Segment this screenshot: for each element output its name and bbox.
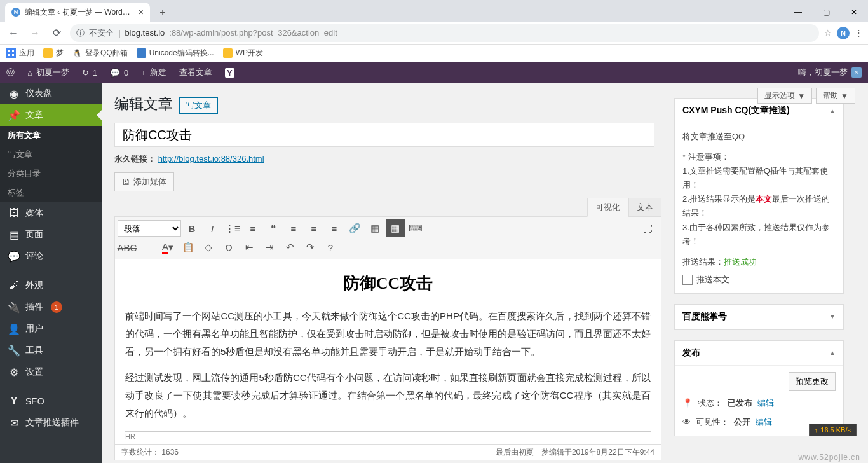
collapse-icon[interactable]: ▲ [829,349,836,356]
indent-button[interactable]: ⇥ [260,238,279,256]
redo-button[interactable]: ↷ [301,238,320,256]
fullscreen-button[interactable]: ⛶ [638,219,657,237]
menu-posts[interactable]: 📌文章 [0,104,102,126]
site-link[interactable]: ⌂初夏一梦 [21,62,76,83]
yoast-link[interactable]: Y [219,62,241,83]
apps-icon [6,48,16,58]
submenu-all-posts[interactable]: 所有文章 [0,126,102,145]
editor-status-bar: 字数统计： 1636 最后由初夏一梦编辑于2019年8月22日下午9:44 [114,445,661,460]
tab-text[interactable]: 文本 [628,198,661,217]
menu-appearance[interactable]: 🖌外观 [0,275,102,296]
push-checkbox[interactable] [682,275,693,285]
yoast-icon: Y [225,68,234,78]
chevron-down-icon: ▼ [841,92,848,100]
new-tab-button[interactable]: + [154,4,172,22]
dashboard-icon: ◉ [8,87,20,100]
toolbar-toggle-button[interactable]: ▦ [386,219,405,237]
chevron-down-icon: ▼ [797,92,805,100]
user-greeting[interactable]: 嗨，初夏一梦N [792,62,868,83]
special-char-button[interactable]: Ω [219,238,238,256]
pin-icon: 📌 [8,109,20,121]
profile-avatar[interactable]: N [837,27,850,39]
align-center-button[interactable]: ≡ [304,219,323,237]
close-tab-icon[interactable]: × [139,7,144,17]
permalink-link[interactable]: http://blog.test.io:88/326.html [158,154,264,163]
menu-push-plugin[interactable]: ✉文章推送插件 [0,412,102,434]
clear-format-button[interactable]: ◇ [199,238,218,256]
home-icon: ⌂ [27,68,32,78]
bold-button[interactable]: B [182,219,201,237]
page-title: 编辑文章 [114,94,173,114]
admin-sidebar: ◉仪表盘 📌文章 所有文章 写文章 分类目录 标签 🖾媒体 ▤页面 💬评论 🖌外… [0,83,102,463]
tab-visual[interactable]: 可视化 [587,198,628,217]
browser-tab[interactable]: N 编辑文章 ‹ 初夏一梦 — WordPr… × [5,3,150,22]
more-button[interactable]: ▦ [365,219,384,237]
italic-button[interactable]: I [203,219,222,237]
undo-button[interactable]: ↶ [280,238,299,256]
new-content-link[interactable]: +新建 [135,62,173,83]
wp-logo[interactable]: ⓦ [0,62,21,83]
maximize-icon[interactable]: ▢ [812,3,840,22]
post-title-input[interactable] [114,123,654,147]
menu-plugins[interactable]: 🔌插件1 [0,296,102,318]
pin-icon: 📍 [682,396,693,410]
menu-comments[interactable]: 💬评论 [0,245,102,267]
menu-seo[interactable]: YSEO [0,390,102,412]
outdent-button[interactable]: ⇤ [240,238,259,256]
bookmark-item[interactable]: 🐧登录QQ邮箱 [72,48,128,59]
hr-button[interactable]: — [138,238,157,256]
bookmark-item[interactable]: WP开发 [223,48,263,59]
align-right-button[interactable]: ≡ [325,219,344,237]
number-list-button[interactable]: ≡ [243,219,262,237]
bookmark-star-icon[interactable]: ☆ [824,28,832,38]
updates-link[interactable]: ↻1 [76,62,104,83]
screen-options-button[interactable]: 显示选项 ▼ [757,88,812,104]
menu-settings[interactable]: ⚙设置 [0,361,102,383]
tab-title: 编辑文章 ‹ 初夏一梦 — WordPr… [25,7,134,18]
align-left-button[interactable]: ≡ [284,219,303,237]
browser-menu-icon[interactable]: ⋮ [855,28,863,38]
reload-button[interactable]: ⟳ [48,25,65,41]
menu-dashboard[interactable]: ◉仪表盘 [0,83,102,104]
expand-icon[interactable]: ▼ [829,313,836,320]
close-window-icon[interactable]: ✕ [840,3,868,22]
add-new-button[interactable]: 写文章 [179,97,218,114]
bullet-list-button[interactable]: ⋮≡ [223,219,242,237]
submenu-tags[interactable]: 标签 [0,183,102,202]
forward-button[interactable]: → [27,25,43,41]
qq-icon: 🐧 [72,48,82,58]
menu-tools[interactable]: 🔧工具 [0,340,102,361]
edit-status-link[interactable]: 编辑 [757,396,774,410]
bookmark-item[interactable]: 梦 [43,48,64,59]
info-icon[interactable]: ⓘ [76,27,85,39]
url-input[interactable]: ⓘ 不安全 | blog.test.io:88/wp-admin/post.ph… [70,24,819,42]
menu-pages[interactable]: ▤页面 [0,224,102,245]
editor-body[interactable]: 防御CC攻击 前端时间写了一个网站CC测压的小工具，今天就来做个防御这个CC攻击… [114,259,661,445]
menu-users[interactable]: 👤用户 [0,318,102,340]
add-media-button[interactable]: 🖻添加媒体 [114,172,174,191]
paste-text-button[interactable]: 📋 [179,238,198,256]
page-icon: ▤ [8,228,20,241]
comments-link[interactable]: 💬0 [104,62,135,83]
minimize-icon[interactable]: ― [784,3,812,22]
help-icon-button[interactable]: ? [321,238,340,256]
menu-media[interactable]: 🖾媒体 [0,202,102,224]
back-button[interactable]: ← [5,25,22,41]
submenu-new-post[interactable]: 写文章 [0,145,102,164]
view-post-link[interactable]: 查看文章 [173,62,219,83]
bookmark-item[interactable]: Unicode编码转换... [137,48,214,59]
link-button[interactable]: 🔗 [345,219,364,237]
edit-visibility-link[interactable]: 编辑 [756,415,772,429]
quote-button[interactable]: ❝ [264,219,283,237]
preview-button[interactable]: 预览更改 [789,372,836,391]
help-button[interactable]: 帮助 ▼ [816,88,855,104]
text-color-button[interactable]: A ▾ [158,238,177,256]
submenu-categories[interactable]: 分类目录 [0,164,102,183]
update-badge: 1 [51,301,62,313]
collapse-icon[interactable]: ▲ [829,107,836,114]
plugin-icon: 🔌 [8,301,20,314]
strikethrough-button[interactable]: ABC [118,238,137,256]
format-selector[interactable]: 段落 [118,220,181,237]
preformatted-button[interactable]: ⌨ [406,219,425,237]
apps-shortcut[interactable]: 应用 [6,48,34,59]
